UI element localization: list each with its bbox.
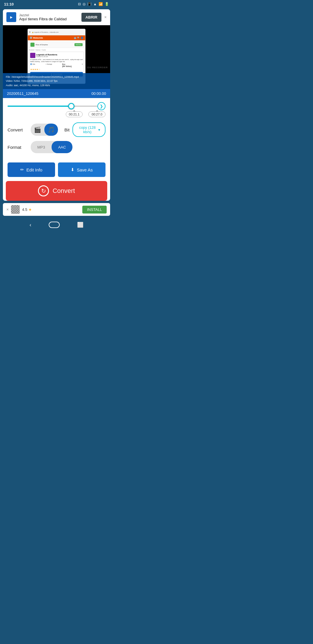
rating-value: 4.5: [22, 207, 27, 212]
arrow-icon: ❯: [100, 104, 103, 108]
breadcrumb-inner: Android > Games > Cards: [29, 49, 84, 51]
convert-toggle[interactable]: 🎬 🎵: [31, 124, 58, 136]
format-aac-option[interactable]: AAC: [52, 141, 72, 153]
inner-ad-strip: Rise of Empires INSTALL: [29, 41, 84, 48]
action-row: ✏ Edit Info ⬇ Save As: [3, 160, 110, 181]
slider-fill: [8, 106, 74, 107]
battery-icon: 🔋: [105, 2, 109, 6]
inner-vote-area: 👤 Vote ☆ Average 9/10(64 Votes) ✕: [30, 63, 83, 67]
video-icon: 🎬: [34, 126, 41, 133]
status-time: 11:10: [4, 2, 14, 6]
main-card: ▶ Jazztel Aquí tienes Fibra de Calidad A…: [3, 9, 110, 201]
bottom-ad-close-icon[interactable]: ×: [6, 207, 9, 212]
inner-browser-bar: ✕ 🔒 Legends of Runeterra... malavida.com: [28, 29, 85, 35]
ad-text-block: Jazztel Aquí tienes Fibra de Calidad: [19, 13, 79, 21]
convert-icon-glyph: ↻: [41, 187, 46, 194]
filename-label: 20200511_120645: [7, 91, 38, 96]
controls-section: Convert 🎬 🎵 Bit copy (128 kb/s) ▾ Format…: [3, 119, 110, 160]
video-preview: ✕ 🔒 Legends of Runeterra... malavida.com…: [3, 25, 110, 89]
slider-times: 00:21.1 00:27.0: [8, 111, 105, 117]
signal-icon: 📶: [99, 2, 103, 6]
target-icon: ◎: [83, 2, 85, 6]
slider-track[interactable]: ❯: [8, 102, 105, 110]
bottom-ad-rating: 4.5 ★: [22, 207, 32, 212]
bit-label: Bit: [61, 127, 70, 132]
slider-handle[interactable]: [68, 103, 74, 109]
format-toggle[interactable]: MP3 AAC: [31, 141, 72, 153]
home-nav-button[interactable]: [49, 222, 60, 228]
file-path: File: /storage/emulated/0/recordmaster/2…: [6, 75, 107, 79]
inner-game-header: Legends of Runeterra Android 01.00.025: [30, 53, 83, 58]
audio-specs: Audio: aac, 44100 Hz, mono, 128 kb/s: [6, 83, 107, 87]
ad-title: Aquí tienes Fibra de Calidad: [19, 17, 79, 21]
toggle-video-option[interactable]: 🎬: [31, 124, 44, 136]
convert-icon: ↻: [38, 185, 49, 196]
recents-nav-icon[interactable]: ⬜: [77, 222, 83, 228]
slider-start-time: 00:21.1: [66, 111, 83, 117]
mp3-label: MP3: [37, 145, 45, 149]
music-icon: 🎵: [48, 126, 55, 133]
watermark: DU RECORDER: [87, 66, 108, 69]
save-icon: ⬇: [71, 167, 74, 172]
aac-label: AAC: [58, 145, 66, 149]
edit-icon: ✏: [20, 167, 24, 172]
bottom-ad: × 4.5 ★ INSTALL: [3, 203, 110, 216]
star-icon: ★: [28, 207, 32, 212]
status-bar: 11:10 ⊟ ◎ 📳 ▲ 📶 🔋: [0, 0, 113, 8]
title-bar: 20200511_120645 00:00.00: [3, 89, 110, 98]
ad-banner: ▶ Jazztel Aquí tienes Fibra de Calidad A…: [3, 9, 110, 25]
format-label: Format: [8, 145, 28, 150]
ad-brand: Jazztel: [19, 13, 79, 17]
stars: ★★★★☆: [30, 68, 83, 71]
save-as-button[interactable]: ⬇ Save As: [58, 162, 105, 177]
convert-row: Convert 🎬 🎵 Bit copy (128 kb/s) ▾: [8, 122, 105, 137]
record-icon: ⊟: [78, 2, 81, 6]
slider-background: [8, 106, 105, 107]
slider-arrow-button[interactable]: ❯: [97, 102, 105, 110]
dropdown-icon: ▾: [98, 128, 100, 132]
wifi-icon: ▲: [93, 2, 97, 6]
convert-button[interactable]: ↻ Convert: [6, 181, 107, 201]
bit-value: copy (128 kb/s): [78, 125, 97, 134]
convert-btn-label: Convert: [52, 187, 75, 195]
bit-selector-button[interactable]: copy (128 kb/s) ▾: [72, 122, 105, 137]
video-specs: Video: h264, 720x1488, 5538 kb/s, 22.67 …: [6, 79, 107, 83]
video-info-overlay: File: /storage/emulated/0/recordmaster/2…: [3, 73, 110, 89]
back-nav-icon[interactable]: ‹: [30, 222, 31, 228]
bottom-ad-icon: [11, 205, 20, 214]
toggle-music-option[interactable]: 🎵: [44, 124, 58, 136]
ad-close-icon[interactable]: ×: [104, 15, 107, 19]
format-row: Format MP3 AAC: [8, 141, 105, 153]
convert-label: Convert: [8, 127, 28, 132]
edit-info-button[interactable]: ✏ Edit Info: [8, 162, 55, 177]
edit-label: Edit Info: [26, 167, 42, 172]
format-mp3-option[interactable]: MP3: [31, 141, 52, 153]
slider-section: ❯ 00:21.1 00:27.0: [3, 98, 110, 119]
bottom-ad-install-button[interactable]: INSTALL: [82, 206, 107, 214]
nav-bar: ‹ ⬜: [0, 218, 113, 231]
slider-end-time: 00:27.0: [88, 111, 105, 117]
vibrate-icon: 📳: [87, 2, 92, 6]
status-icons: ⊟ ◎ 📳 ▲ 📶 🔋: [78, 2, 109, 6]
save-label: Save As: [77, 167, 93, 172]
malavida-header: 🐺 Malavida 🤖 🔍 👤: [28, 35, 85, 40]
ad-open-button[interactable]: ABRIR: [81, 13, 101, 22]
ad-logo-icon: ▶: [6, 12, 16, 22]
duration-label: 00:00.00: [91, 91, 106, 96]
inner-game-desc: In Legends of Ru... your mission is to c…: [30, 59, 83, 62]
